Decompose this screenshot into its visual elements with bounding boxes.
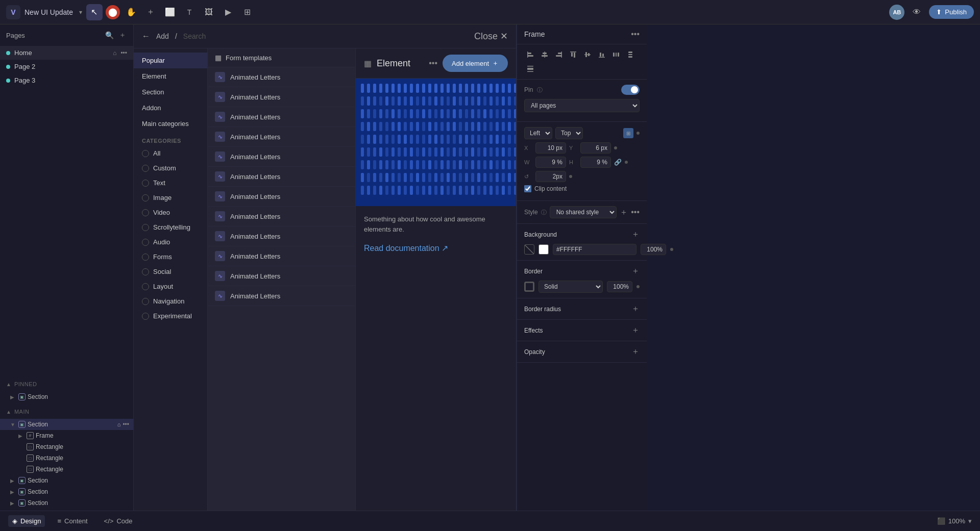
- main-collapse[interactable]: ▲: [6, 409, 11, 415]
- add-tool[interactable]: ＋: [142, 4, 159, 20]
- close-panel-button[interactable]: Close ✕: [474, 31, 508, 42]
- preview-tool[interactable]: ⬤: [106, 5, 120, 19]
- list-item-7[interactable]: ∿ Animated Letters: [208, 207, 355, 226]
- align-left-button[interactable]: [524, 48, 536, 61]
- eye-icon[interactable]: 👁: [909, 4, 925, 20]
- read-documentation-link[interactable]: Read documentation ↗: [364, 243, 448, 253]
- cat-image[interactable]: Image: [134, 190, 207, 205]
- list-item-8[interactable]: ∿ Animated Letters: [208, 226, 355, 246]
- zoom-out-button[interactable]: ⬛: [937, 517, 945, 525]
- clip-content-checkbox[interactable]: [524, 185, 531, 192]
- border-transparent-swatch[interactable]: [524, 282, 534, 292]
- title-chevron-icon[interactable]: ▾: [79, 9, 82, 16]
- dist-v-button[interactable]: [624, 48, 636, 61]
- section-item-4[interactable]: ▶ ▣ Section: [0, 475, 133, 486]
- search-pages-button[interactable]: 🔍: [104, 30, 115, 41]
- bg-color-input[interactable]: [553, 244, 636, 255]
- search-input[interactable]: [183, 32, 468, 40]
- select-tool[interactable]: ↖: [86, 4, 103, 20]
- rect-item-1[interactable]: □ Rectangle: [0, 441, 133, 452]
- x-input[interactable]: [535, 142, 566, 154]
- nav-element[interactable]: Element: [134, 68, 207, 84]
- cat-custom[interactable]: Custom: [134, 161, 207, 175]
- list-item-9[interactable]: ∿ Animated Letters: [208, 246, 355, 266]
- rect-item-2[interactable]: □ Rectangle: [0, 452, 133, 464]
- zoom-chevron-icon[interactable]: ▾: [968, 517, 972, 525]
- publish-button[interactable]: ⬆ Publish: [929, 5, 974, 19]
- h-input[interactable]: [580, 157, 611, 168]
- list-item-5[interactable]: ∿ Animated Letters: [208, 167, 355, 187]
- opacity-add-button[interactable]: ＋: [631, 346, 640, 357]
- r-input[interactable]: [535, 171, 566, 182]
- frame-item[interactable]: ▶ # Frame: [0, 430, 133, 441]
- cat-audio[interactable]: Audio: [134, 235, 207, 249]
- align-center-v-button[interactable]: [581, 48, 594, 61]
- frame-tool[interactable]: ⬜: [162, 4, 178, 20]
- video-tool[interactable]: ▶: [220, 4, 236, 20]
- align-right-button[interactable]: [553, 48, 565, 61]
- position-dot-button[interactable]: ⊞: [623, 128, 633, 138]
- border-opacity-input[interactable]: [607, 281, 632, 292]
- section-item-6[interactable]: ▶ ▣ Section: [0, 497, 133, 509]
- w-input[interactable]: [535, 157, 566, 168]
- cat-social[interactable]: Social: [134, 264, 207, 279]
- position-top-select[interactable]: Top: [555, 127, 583, 139]
- all-pages-select[interactable]: All pages: [524, 99, 640, 112]
- grid-tool[interactable]: ⊞: [239, 4, 256, 20]
- back-button[interactable]: ←: [142, 32, 150, 41]
- cat-all[interactable]: All: [134, 146, 207, 161]
- style-select[interactable]: No shared style: [550, 206, 617, 218]
- list-item-2[interactable]: ∿ Animated Letters: [208, 107, 355, 127]
- nav-popular[interactable]: Popular: [134, 53, 207, 68]
- border-add-button[interactable]: ＋: [631, 266, 640, 276]
- page-item-home[interactable]: Home ⌂ •••: [0, 46, 133, 60]
- text-tool[interactable]: T: [181, 4, 198, 20]
- nav-main-categories[interactable]: Main categories: [134, 116, 207, 132]
- tab-code[interactable]: </> Code: [100, 515, 137, 527]
- list-item-11[interactable]: ∿ Animated Letters: [208, 286, 355, 306]
- add-element-button[interactable]: Add element ＋: [443, 55, 508, 72]
- section-more-icon[interactable]: •••: [122, 421, 129, 428]
- tab-design[interactable]: ◈ Design: [8, 515, 45, 527]
- effects-add-button[interactable]: ＋: [631, 325, 640, 336]
- link-wh-icon[interactable]: 🔗: [614, 159, 622, 166]
- nav-addon[interactable]: Addon: [134, 100, 207, 116]
- cat-layout[interactable]: Layout: [134, 279, 207, 294]
- bg-opacity-input[interactable]: [641, 244, 666, 255]
- user-avatar[interactable]: AB: [889, 5, 904, 20]
- image-tool[interactable]: 🖼: [201, 4, 217, 20]
- bg-color-swatch[interactable]: [538, 244, 549, 255]
- y-input[interactable]: [580, 142, 611, 154]
- cat-navigation[interactable]: Navigation: [134, 294, 207, 309]
- list-item-1[interactable]: ∿ Animated Letters: [208, 87, 355, 107]
- list-item-6[interactable]: ∿ Animated Letters: [208, 187, 355, 207]
- page-more-icon[interactable]: •••: [120, 49, 127, 57]
- pinned-collapse[interactable]: ▲: [6, 382, 11, 387]
- cat-text[interactable]: Text: [134, 175, 207, 190]
- page-item-2[interactable]: Page 2: [0, 60, 133, 73]
- section-item-5[interactable]: ▶ ▣ Section: [0, 486, 133, 497]
- align-bottom-button[interactable]: [596, 48, 608, 61]
- stretch-button[interactable]: [524, 63, 536, 75]
- align-top-button[interactable]: [567, 48, 579, 61]
- cat-forms[interactable]: Forms: [134, 249, 207, 264]
- border-radius-add-button[interactable]: ＋: [631, 304, 640, 314]
- list-item-4[interactable]: ∿ Animated Letters: [208, 147, 355, 167]
- position-left-select[interactable]: Left: [524, 127, 552, 139]
- hand-tool[interactable]: ✋: [123, 4, 139, 20]
- background-add-button[interactable]: ＋: [631, 229, 640, 240]
- right-sidebar-more-button[interactable]: •••: [631, 30, 640, 39]
- cat-experimental[interactable]: Experimental: [134, 309, 207, 323]
- dist-h-button[interactable]: [610, 48, 622, 61]
- style-more-button[interactable]: •••: [631, 208, 640, 217]
- align-center-h-button[interactable]: [538, 48, 551, 61]
- pinned-section-item[interactable]: ▶ ▣ Section: [0, 391, 133, 402]
- list-item-3[interactable]: ∿ Animated Letters: [208, 127, 355, 147]
- detail-more-button[interactable]: •••: [429, 59, 437, 68]
- cat-scrollytelling[interactable]: Scrollytelling: [134, 220, 207, 235]
- main-section-item[interactable]: ▼ ▣ Section ⌂ •••: [0, 419, 133, 430]
- list-item-10[interactable]: ∿ Animated Letters: [208, 266, 355, 286]
- border-style-select[interactable]: Solid: [538, 281, 603, 293]
- page-item-3[interactable]: Page 3: [0, 73, 133, 87]
- nav-section[interactable]: Section: [134, 84, 207, 100]
